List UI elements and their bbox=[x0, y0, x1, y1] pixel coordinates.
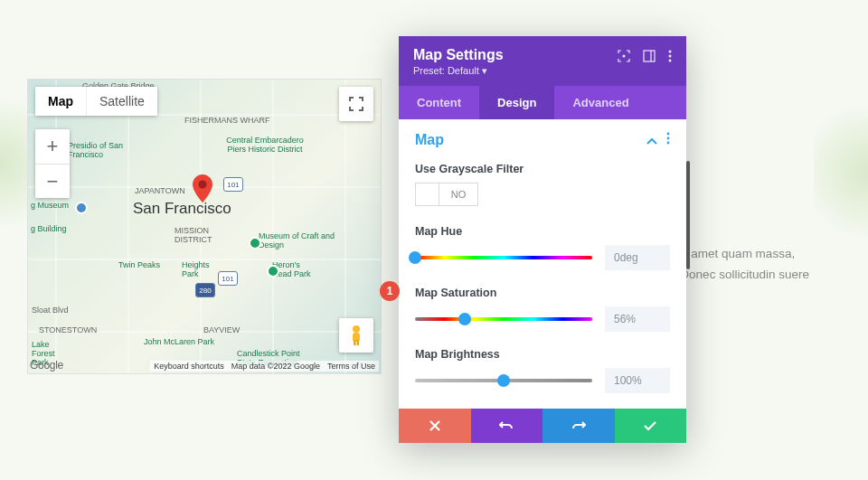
toggle-handle bbox=[416, 184, 439, 205]
fullscreen-icon bbox=[349, 97, 363, 111]
svg-rect-6 bbox=[644, 51, 655, 61]
hwy-shield-280: 280 bbox=[195, 283, 215, 297]
poi-mission: MISSION DISTRICT bbox=[175, 226, 220, 244]
redo-icon bbox=[571, 419, 586, 432]
tab-design[interactable]: Design bbox=[479, 86, 554, 119]
tab-advanced[interactable]: Advanced bbox=[554, 86, 646, 119]
map-settings-panel: Map Settings Preset: Default ▾ Content D… bbox=[399, 36, 686, 443]
undo-icon bbox=[499, 419, 514, 432]
poi-mclaren: John McLaren Park bbox=[144, 337, 214, 346]
poi-presidio: Presidio of San Francisco bbox=[68, 141, 135, 159]
label-brightness: Map Brightness bbox=[415, 348, 670, 361]
brightness-slider[interactable] bbox=[415, 372, 592, 389]
streetview-pegman[interactable] bbox=[339, 318, 373, 353]
google-logo: Google bbox=[30, 359, 63, 372]
zoom-out-button[interactable]: − bbox=[35, 164, 70, 198]
poi-museum-craft: Museum of Craft and Design bbox=[259, 231, 340, 249]
zoom-in-button[interactable]: + bbox=[35, 129, 70, 164]
svg-point-1 bbox=[353, 325, 360, 333]
svg-rect-3 bbox=[354, 340, 356, 345]
section-map[interactable]: Map bbox=[415, 132, 670, 148]
svg-point-8 bbox=[669, 51, 672, 53]
svg-point-0 bbox=[198, 180, 206, 188]
map-container[interactable]: Golden Gate Bridge FISHERMANS WHARF Cent… bbox=[27, 79, 382, 374]
pegman-icon bbox=[348, 325, 364, 346]
hue-slider[interactable] bbox=[415, 249, 592, 266]
panel-preset-dropdown[interactable]: Preset: Default ▾ bbox=[413, 65, 504, 77]
poi-heights: Heights Park bbox=[182, 260, 218, 278]
map-attribution: Keyboard shortcuts Map data ©2022 Google… bbox=[150, 361, 379, 372]
hue-value-input[interactable]: 0deg bbox=[605, 245, 670, 270]
poi-g-museum: g Museum bbox=[31, 201, 69, 210]
panel-tabs: Content Design Advanced bbox=[399, 86, 686, 119]
undo-button[interactable] bbox=[471, 409, 543, 443]
chevron-up-icon[interactable] bbox=[646, 132, 657, 148]
grayscale-toggle[interactable]: NO bbox=[415, 183, 478, 206]
panel-footer bbox=[399, 409, 686, 443]
panel-body: Map Use Grayscale Filter NO Map Hue 0deg bbox=[399, 119, 686, 409]
slider-thumb[interactable] bbox=[409, 251, 421, 264]
toggle-text-no: NO bbox=[439, 189, 477, 200]
brightness-value-input[interactable]: 100% bbox=[605, 368, 670, 393]
map-type-satellite-button[interactable]: Satellite bbox=[86, 87, 157, 116]
saturation-value-input[interactable]: 56% bbox=[605, 306, 670, 332]
poi-sloat: Sloat Blvd bbox=[32, 306, 69, 315]
panel-header[interactable]: Map Settings Preset: Default ▾ bbox=[399, 36, 686, 86]
save-button[interactable] bbox=[615, 409, 687, 443]
map-type-map-button[interactable]: Map bbox=[35, 87, 86, 116]
poi-icon bbox=[75, 202, 88, 214]
tab-content[interactable]: Content bbox=[399, 86, 479, 119]
slider-track bbox=[415, 256, 592, 259]
label-hue: Map Hue bbox=[415, 225, 670, 238]
poi-bayview: BAYVIEW bbox=[203, 325, 240, 334]
fullscreen-button[interactable] bbox=[339, 87, 373, 121]
saturation-slider[interactable] bbox=[415, 311, 592, 327]
svg-point-9 bbox=[669, 55, 672, 58]
slider-track bbox=[415, 317, 592, 321]
focus-icon[interactable] bbox=[618, 50, 630, 66]
svg-point-10 bbox=[669, 60, 672, 62]
svg-rect-4 bbox=[357, 340, 360, 345]
annotation-badge-1: 1 bbox=[380, 281, 400, 301]
cancel-button[interactable] bbox=[399, 409, 471, 443]
svg-point-13 bbox=[667, 142, 670, 145]
zoom-control: + − bbox=[35, 129, 70, 198]
hwy-shield-101: 101 bbox=[218, 271, 238, 286]
close-icon bbox=[429, 419, 441, 432]
poi-twin-peaks: Twin Peaks bbox=[118, 260, 160, 269]
attribution-data: Map data ©2022 Google bbox=[228, 361, 324, 372]
attribution-shortcuts[interactable]: Keyboard shortcuts bbox=[150, 361, 228, 372]
map-marker-icon[interactable] bbox=[193, 174, 212, 203]
label-saturation: Map Saturation bbox=[415, 287, 670, 299]
map-city-label: San Francisco bbox=[133, 200, 231, 218]
sidebar-toggle-icon[interactable] bbox=[643, 50, 656, 66]
poi-embarcadero: Central Embarcadero Piers Historic Distr… bbox=[220, 136, 310, 154]
check-icon bbox=[643, 420, 657, 431]
panel-title: Map Settings bbox=[413, 47, 504, 63]
section-label: Map bbox=[415, 132, 444, 148]
slider-thumb[interactable] bbox=[458, 313, 471, 325]
poi-fishermans: FISHERMANS WHARF bbox=[184, 116, 270, 125]
svg-point-12 bbox=[667, 137, 670, 140]
redo-button[interactable] bbox=[542, 409, 615, 443]
svg-point-5 bbox=[623, 55, 626, 58]
poi-stonestown: STONESTOWN bbox=[39, 325, 97, 334]
more-icon[interactable] bbox=[668, 50, 672, 66]
poi-icon bbox=[267, 265, 279, 278]
bg-decoration bbox=[0, 72, 27, 253]
poi-g-building: g Building bbox=[31, 224, 67, 233]
label-grayscale: Use Grayscale Filter bbox=[415, 163, 670, 175]
poi-icon bbox=[249, 237, 261, 249]
scrollbar-thumb[interactable] bbox=[686, 161, 690, 269]
section-more-icon[interactable] bbox=[666, 132, 670, 148]
slider-thumb[interactable] bbox=[497, 374, 510, 387]
hwy-shield-101: 101 bbox=[223, 177, 243, 192]
attribution-terms[interactable]: Terms of Use bbox=[324, 361, 379, 372]
bg-decoration bbox=[814, 90, 868, 253]
svg-point-11 bbox=[667, 133, 670, 136]
map-type-switch: Map Satellite bbox=[35, 87, 157, 116]
poi-japantown: JAPANTOWN bbox=[135, 186, 185, 195]
